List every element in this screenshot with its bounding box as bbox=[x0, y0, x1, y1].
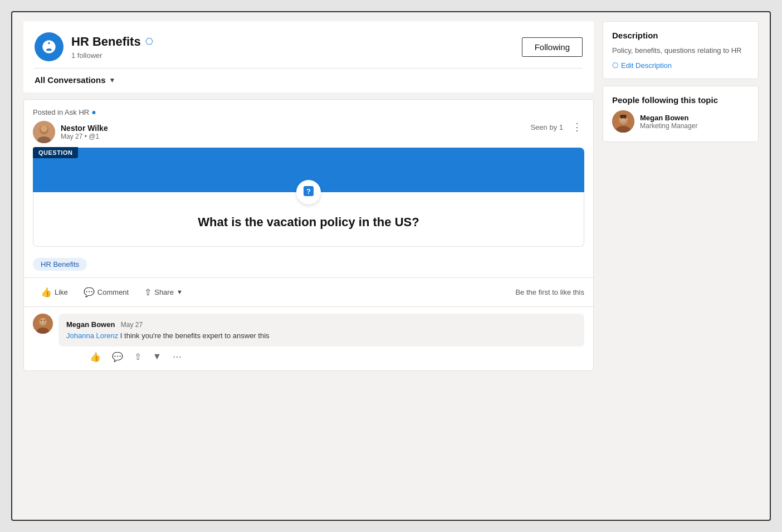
mention-link[interactable]: Johanna Lorenz bbox=[66, 331, 118, 340]
verified-badge-icon: ● bbox=[91, 108, 96, 116]
author-detail: May 27 • @1 bbox=[61, 133, 108, 140]
header-divider bbox=[23, 61, 594, 69]
action-bar: 👍 Like 💬 Comment ⇧ Share ▼ Be the first … bbox=[24, 277, 593, 306]
like-icon: 👍 bbox=[41, 287, 52, 297]
filter-bar: All Conversations ▼ bbox=[23, 69, 594, 92]
comment-date: May 27 bbox=[121, 321, 143, 329]
seen-by-text: Seen by 1 bbox=[530, 123, 563, 131]
comment-section: Megan Bowen May 27 Johanna Lorenz I thin… bbox=[24, 306, 593, 370]
right-sidebar: Description Policy, benefits, questions … bbox=[603, 21, 759, 511]
all-conversations-dropdown[interactable]: All Conversations ▼ bbox=[35, 75, 583, 85]
question-blue-bar: ? bbox=[33, 148, 584, 192]
comment-actions: 👍 💬 ⇧ ▼ ⋯ bbox=[58, 346, 584, 364]
post-author-row: Nestor Wilke May 27 • @1 Seen by 1 ⋮ bbox=[24, 121, 593, 148]
edit-description-label: Edit Description bbox=[621, 61, 672, 70]
follower-count: 1 follower bbox=[71, 51, 153, 60]
share-button[interactable]: ⇧ Share ▼ bbox=[136, 284, 190, 301]
share-chevron-icon: ▼ bbox=[177, 289, 183, 295]
svg-point-10 bbox=[41, 320, 42, 321]
like-label: Like bbox=[55, 288, 68, 296]
question-text: What is the vacation policy in the US? bbox=[45, 214, 573, 231]
author-name: Nestor Wilke bbox=[61, 124, 108, 133]
svg-rect-18 bbox=[620, 115, 627, 118]
follower-item: Megan Bowen Marketing Manager bbox=[612, 110, 749, 133]
description-card: Description Policy, benefits, questions … bbox=[603, 21, 759, 79]
comment-more-button[interactable]: ⋯ bbox=[169, 350, 185, 364]
topic-title: HR Benefits bbox=[71, 35, 141, 49]
share-label: Share bbox=[154, 288, 174, 296]
question-banner: QUESTION ? What is the vacat bbox=[33, 148, 584, 247]
posted-in-text: Posted in Ask HR bbox=[33, 108, 89, 116]
edit-topic-icon[interactable]: ⎔ bbox=[145, 36, 153, 47]
commenter-avatar bbox=[33, 314, 53, 334]
svg-point-3 bbox=[41, 125, 47, 132]
like-button[interactable]: 👍 Like bbox=[33, 284, 76, 301]
people-following-card: People following this topic bbox=[603, 86, 759, 142]
comment-share-button[interactable]: ⇧ bbox=[131, 350, 145, 364]
comment-button[interactable]: 💬 Comment bbox=[76, 284, 136, 301]
tag-row: HR Benefits bbox=[24, 253, 593, 277]
svg-text:?: ? bbox=[306, 187, 311, 196]
comment-reply-button[interactable]: 💬 bbox=[109, 350, 126, 364]
follower-job-title: Marketing Manager bbox=[640, 122, 697, 130]
comment-like-button[interactable]: 👍 bbox=[86, 350, 104, 364]
description-text: Policy, benefits, questions relating to … bbox=[612, 46, 749, 56]
follower-name: Megan Bowen bbox=[640, 114, 697, 122]
follower-avatar bbox=[612, 110, 634, 133]
comment-text: Johanna Lorenz I think you're the benefi… bbox=[66, 331, 576, 341]
edit-description-icon: ⎔ bbox=[612, 61, 618, 70]
like-cta-text: Be the first to like this bbox=[515, 288, 584, 296]
comment-chevron-button[interactable]: ▼ bbox=[149, 350, 165, 363]
description-title: Description bbox=[612, 31, 749, 40]
post-card: Posted in Ask HR ● bbox=[23, 99, 594, 371]
more-options-icon[interactable]: ⋮ bbox=[570, 121, 584, 133]
people-following-title: People following this topic bbox=[612, 95, 749, 105]
svg-point-11 bbox=[44, 320, 45, 321]
question-icon-circle: ? bbox=[296, 180, 321, 204]
hr-benefits-tag[interactable]: HR Benefits bbox=[33, 258, 87, 271]
author-avatar bbox=[33, 121, 55, 143]
share-icon: ⇧ bbox=[144, 287, 151, 297]
comment-label: Comment bbox=[97, 288, 129, 296]
post-meta: Posted in Ask HR ● bbox=[24, 100, 593, 121]
question-badge: QUESTION bbox=[33, 147, 78, 158]
topic-icon bbox=[35, 32, 63, 61]
svg-point-9 bbox=[40, 318, 46, 324]
comment-bubble: Megan Bowen May 27 Johanna Lorenz I thin… bbox=[58, 314, 584, 346]
filter-label: All Conversations bbox=[35, 75, 106, 85]
edit-description-link[interactable]: ⎔ Edit Description bbox=[612, 61, 749, 70]
comment-author-name: Megan Bowen bbox=[66, 320, 115, 329]
chevron-down-icon: ▼ bbox=[109, 76, 116, 84]
comment-icon: 💬 bbox=[84, 287, 95, 297]
comment-body: I think you're the benefits expert to an… bbox=[118, 331, 269, 340]
question-mark-icon: ? bbox=[302, 185, 315, 200]
following-button[interactable]: Following bbox=[522, 37, 583, 57]
